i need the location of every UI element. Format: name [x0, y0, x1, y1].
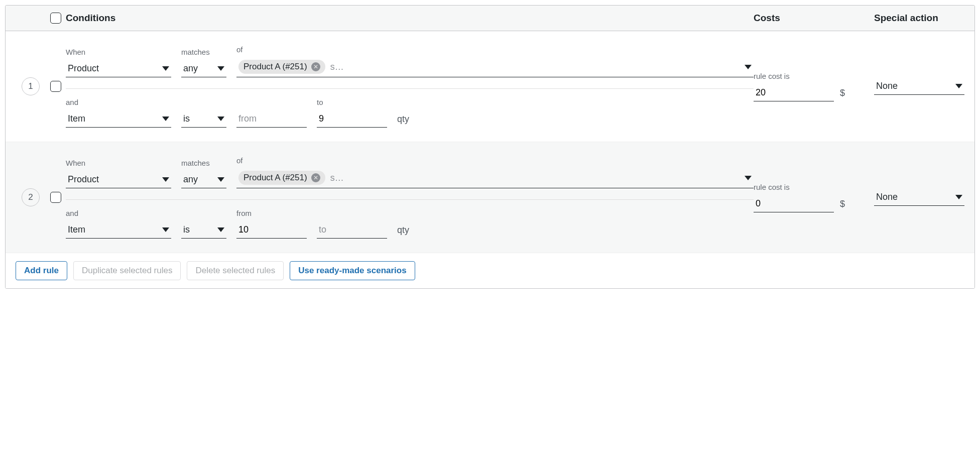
matches-label: matches: [181, 48, 226, 56]
product-tag-input[interactable]: Product A (#251) ✕ s…: [236, 58, 754, 77]
matches-select[interactable]: any: [181, 171, 226, 188]
chevron-down-icon: [217, 177, 224, 182]
chevron-down-icon: [955, 84, 962, 88]
from-input[interactable]: [236, 221, 307, 239]
product-tag-input[interactable]: Product A (#251) ✕ s…: [236, 169, 754, 188]
when-select[interactable]: Product: [66, 60, 171, 77]
product-tag: Product A (#251) ✕: [238, 171, 325, 185]
special-action-select[interactable]: None: [874, 189, 964, 206]
chevron-down-icon: [162, 117, 169, 121]
tag-remove-icon[interactable]: ✕: [311, 173, 320, 182]
qty-unit: qty: [397, 114, 409, 128]
to-input[interactable]: [317, 110, 387, 128]
rule-checkbox[interactable]: [50, 192, 61, 203]
product-tag: Product A (#251) ✕: [238, 60, 325, 74]
select-all-checkbox[interactable]: [50, 13, 61, 24]
rule-number: 1: [22, 77, 40, 95]
duplicate-rules-button[interactable]: Duplicate selected rules: [73, 261, 181, 280]
rule-number: 2: [22, 188, 40, 206]
matches-select[interactable]: any: [181, 60, 226, 77]
table-header: Conditions Costs Special action: [6, 6, 974, 31]
to-input[interactable]: [317, 221, 387, 239]
chevron-down-icon: [217, 66, 224, 71]
rule-row: 2 When Product matches any: [6, 142, 974, 253]
header-special-action: Special action: [874, 13, 938, 23]
currency-unit: $: [840, 88, 845, 101]
header-costs: Costs: [754, 13, 780, 23]
matches-label: matches: [181, 159, 226, 167]
chevron-down-icon: [162, 66, 169, 71]
chevron-down-icon: [217, 227, 224, 232]
and-match-select[interactable]: is: [181, 110, 226, 128]
special-action-select[interactable]: None: [874, 78, 964, 95]
when-label: When: [66, 159, 171, 167]
tag-remove-icon[interactable]: ✕: [311, 62, 320, 71]
and-when-select[interactable]: Item: [66, 221, 171, 239]
currency-unit: $: [840, 199, 845, 212]
and-match-select[interactable]: is: [181, 221, 226, 239]
cost-input[interactable]: [754, 195, 834, 212]
rule-cost-label: rule cost is: [754, 183, 874, 191]
rule-cost-label: rule cost is: [754, 72, 874, 80]
delete-rules-button[interactable]: Delete selected rules: [187, 261, 284, 280]
of-label: of: [236, 45, 754, 54]
and-when-select[interactable]: Item: [66, 110, 171, 128]
and-label: and: [66, 98, 171, 106]
from-label: from: [236, 209, 307, 217]
chevron-down-icon: [955, 195, 962, 199]
use-scenarios-button[interactable]: Use ready-made scenarios: [290, 261, 415, 280]
chevron-down-icon: [217, 117, 224, 121]
from-input[interactable]: [236, 110, 307, 128]
rule-row: 1 When Product matches any: [6, 31, 974, 142]
qty-unit: qty: [397, 225, 409, 239]
when-select[interactable]: Product: [66, 171, 171, 188]
chevron-down-icon: [745, 65, 752, 69]
rules-panel: Conditions Costs Special action 1 When P…: [5, 5, 975, 289]
and-label: and: [66, 209, 171, 217]
rule-checkbox[interactable]: [50, 81, 61, 92]
chevron-down-icon: [162, 227, 169, 232]
chevron-down-icon: [162, 177, 169, 182]
to-label: to: [317, 98, 387, 106]
panel-footer: Add rule Duplicate selected rules Delete…: [6, 253, 974, 288]
of-label: of: [236, 156, 754, 165]
add-rule-button[interactable]: Add rule: [16, 261, 67, 280]
cost-input[interactable]: [754, 84, 834, 101]
chevron-down-icon: [745, 176, 752, 180]
header-conditions: Conditions: [66, 13, 115, 23]
when-label: When: [66, 48, 171, 56]
